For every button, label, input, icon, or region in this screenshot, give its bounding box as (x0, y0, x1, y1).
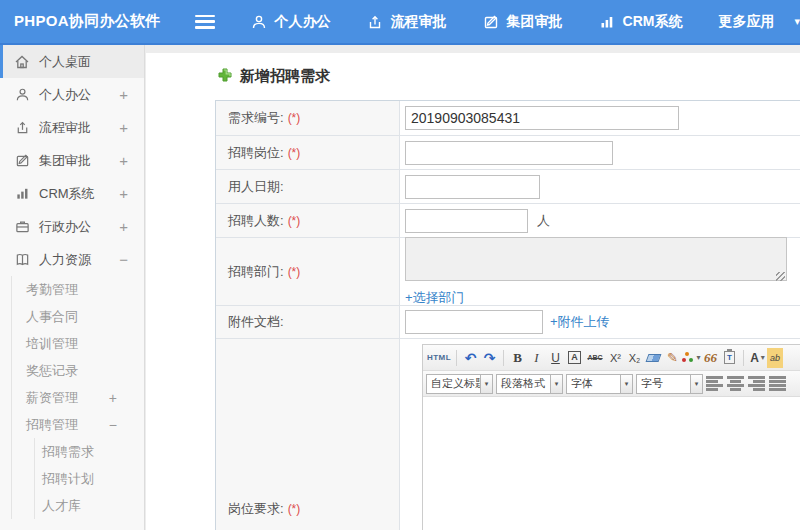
add-plus-icon (218, 68, 232, 85)
nav-more-apps[interactable]: 更多应用 ▾ (718, 13, 800, 31)
menu-toggle-icon[interactable] (195, 15, 214, 29)
custom-title-dropdown[interactable]: 自定义标题 ▾ (426, 374, 493, 394)
eraser-icon[interactable] (644, 348, 663, 368)
align-left-icon[interactable] (706, 374, 723, 394)
sidebar-item-group-approval[interactable]: 集团审批 + (0, 144, 144, 177)
toolbar-separator (456, 350, 457, 366)
collapse-minus-icon[interactable]: − (109, 417, 117, 433)
position-input[interactable] (405, 141, 613, 165)
nav-workflow-approval[interactable]: 流程审批 (367, 13, 447, 31)
form-row: 招聘岗位: (*) (216, 135, 800, 169)
italic-button[interactable]: I (527, 348, 546, 368)
sidebar-item-label: 个人办公 (39, 86, 91, 104)
toolbar-separator (743, 350, 744, 366)
expand-plus-icon[interactable]: + (119, 119, 128, 136)
select-department-link[interactable]: +选择部门 (405, 289, 465, 307)
rich-text-editor: HTML ↶ ↷ B I U A ABC X² X₂ (422, 344, 800, 530)
field-label: 岗位要求: (228, 500, 284, 518)
sidebar-item-admin-office[interactable]: 行政办公 + (0, 210, 144, 243)
content-panel: 新增招聘需求 需求编号: (*) 招聘岗位: (*) 用人日期: (146, 53, 800, 530)
collapse-minus-icon[interactable]: − (119, 251, 128, 268)
request-number-input[interactable] (405, 106, 679, 130)
edit-icon (14, 153, 30, 169)
field-label: 招聘部门: (228, 263, 284, 281)
chevron-down-icon[interactable]: ▾ (621, 374, 633, 394)
sidebar-item-recruit-request[interactable]: 招聘需求 (35, 438, 144, 465)
attachment-upload-link[interactable]: +附件上传 (550, 313, 610, 331)
flow-icon (367, 14, 383, 30)
sidebar-item-desktop[interactable]: 个人桌面 (0, 45, 144, 78)
format-brush-icon[interactable]: ✎ (663, 348, 682, 368)
undo-icon[interactable]: ↶ (461, 348, 480, 368)
html-source-button[interactable]: HTML (426, 348, 452, 368)
form-row: 招聘部门: (*) +选择部门 (216, 237, 800, 305)
sidebar-item-attendance[interactable]: 考勤管理 (12, 276, 144, 303)
blockquote-button[interactable]: 66 (701, 348, 720, 368)
nav-personal-office[interactable]: 个人办公 (251, 13, 331, 31)
department-textarea[interactable] (405, 237, 787, 281)
nav-label: 个人办公 (275, 13, 331, 31)
redo-icon[interactable]: ↷ (480, 348, 499, 368)
expand-plus-icon[interactable]: + (119, 185, 128, 202)
underline-button[interactable]: U (546, 348, 565, 368)
font-size-dropdown[interactable]: 字号 ▾ (636, 374, 703, 394)
sidebar-item-recruitment[interactable]: 招聘管理 − (12, 411, 144, 438)
sidebar-item-hr[interactable]: 人力资源 − (0, 243, 144, 276)
superscript-button[interactable]: X² (606, 348, 625, 368)
book-icon (14, 252, 30, 268)
chevron-down-icon[interactable]: ▾ (481, 374, 493, 394)
align-center-icon[interactable] (727, 374, 744, 394)
headcount-input[interactable] (405, 209, 528, 233)
sidebar-item-recruit-plan[interactable]: 招聘计划 (35, 465, 144, 492)
expand-plus-icon[interactable]: + (119, 86, 128, 103)
editor-content-area[interactable] (423, 397, 800, 530)
app-header: PHPOA协同办公软件 个人办公 流程审批 集团审批 (0, 0, 800, 45)
nav-label: 集团审批 (507, 13, 563, 31)
headcount-unit: 人 (537, 212, 550, 230)
required-mark: (*) (288, 146, 301, 160)
paragraph-format-dropdown[interactable]: 段落格式 ▾ (496, 374, 563, 394)
bold-button[interactable]: B (508, 348, 527, 368)
chevron-down-icon[interactable]: ▾ (794, 15, 800, 28)
sidebar-item-label: 行政办公 (39, 218, 91, 236)
recruitment-form: 需求编号: (*) 招聘岗位: (*) 用人日期: 招聘人数: (*) 人 (215, 100, 800, 530)
sidebar-item-label: 个人桌面 (39, 53, 91, 71)
highlight-color-button[interactable]: ab (767, 348, 783, 368)
chevron-down-icon[interactable]: ▾ (551, 374, 563, 394)
nav-group-approval[interactable]: 集团审批 (483, 13, 563, 31)
chevron-down-icon[interactable]: ▾ (691, 374, 703, 394)
flow-icon (14, 120, 30, 136)
sidebar-item-crm[interactable]: CRM系统 + (0, 177, 144, 210)
field-label: 附件文档: (228, 313, 284, 331)
paste-icon[interactable]: T (720, 348, 739, 368)
edit-icon (483, 14, 499, 30)
font-style-button[interactable]: A (565, 348, 584, 368)
hire-date-input[interactable] (405, 175, 540, 199)
chart-icon (599, 14, 615, 30)
sidebar-item-talent-pool[interactable]: 人才库 (35, 492, 144, 519)
align-justify-icon[interactable] (769, 374, 786, 394)
strikethrough-button[interactable]: ABC (584, 348, 606, 368)
hr-submenu: 考勤管理 人事合同 培训管理 奖惩记录 薪资管理 + 招聘管理 − 招聘需求 招… (11, 276, 144, 519)
sidebar-item-personal-office[interactable]: 个人办公 + (0, 78, 144, 111)
expand-plus-icon[interactable]: + (119, 218, 128, 235)
color-palette-icon[interactable]: ▾ (682, 348, 701, 368)
sidebar-item-workflow-approval[interactable]: 流程审批 + (0, 111, 144, 144)
sidebar-item-salary[interactable]: 薪资管理 + (12, 384, 144, 411)
subscript-button[interactable]: X₂ (625, 348, 644, 368)
expand-plus-icon[interactable]: + (109, 390, 117, 406)
attachment-input[interactable] (405, 310, 543, 334)
font-color-button[interactable]: A ▾ (748, 348, 767, 368)
field-label: 招聘人数: (228, 212, 284, 230)
form-row: 岗位要求: (*) HTML ↶ ↷ B I U A (216, 338, 800, 530)
sidebar-item-rewards[interactable]: 奖惩记录 (12, 357, 144, 384)
expand-plus-icon[interactable]: + (119, 152, 128, 169)
align-right-icon[interactable] (748, 374, 765, 394)
form-row: 需求编号: (*) (216, 101, 800, 135)
sidebar-item-label: 人力资源 (39, 251, 91, 269)
sidebar-item-hr-contract[interactable]: 人事合同 (12, 303, 144, 330)
font-family-dropdown[interactable]: 字体 ▾ (566, 374, 633, 394)
resize-grip-icon[interactable] (776, 272, 785, 281)
sidebar-item-training[interactable]: 培训管理 (12, 330, 144, 357)
nav-crm-system[interactable]: CRM系统 (599, 13, 683, 31)
